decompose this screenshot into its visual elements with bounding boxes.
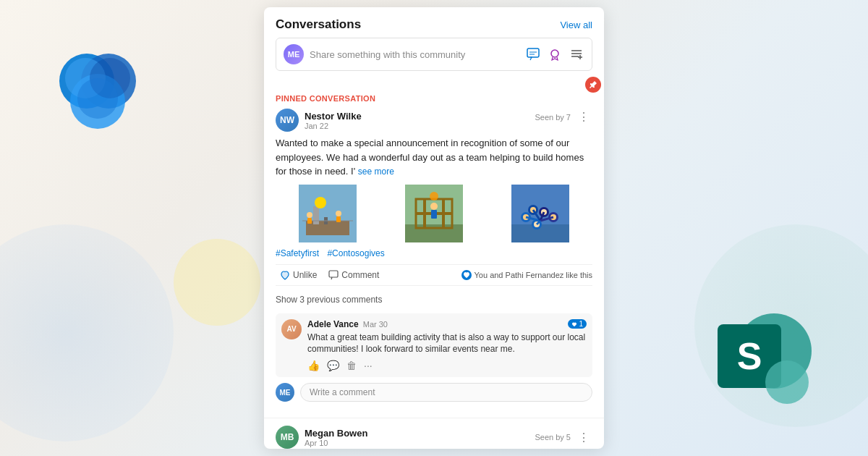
post-actions: Unlike Comment You and bbox=[276, 264, 592, 286]
comments-section: Show 3 previous comments AV Adele Vance … bbox=[276, 286, 592, 411]
hashtag-contosogives[interactable]: #Contosogives bbox=[327, 248, 384, 258]
comment-reply-icon[interactable]: 💬 bbox=[327, 360, 339, 371]
conversations-title: Conversations bbox=[276, 17, 361, 32]
comment-like-icon[interactable]: 👍 bbox=[307, 360, 320, 371]
sharepoint-logo: S bbox=[702, 297, 817, 413]
megan-avatar: MB bbox=[276, 426, 299, 449]
card-header: Conversations View all bbox=[264, 7, 604, 38]
bg-decoration-yellow bbox=[174, 239, 260, 326]
svg-rect-25 bbox=[307, 218, 312, 224]
post-image-3 bbox=[488, 185, 592, 242]
svg-point-24 bbox=[307, 212, 312, 218]
megan-seen: Seen by 5 bbox=[535, 433, 571, 442]
svg-rect-27 bbox=[336, 216, 341, 222]
megan-author-row: MB Megan Bowen Apr 10 bbox=[276, 426, 367, 449]
see-more-link[interactable]: see more bbox=[358, 166, 394, 177]
post-menu: Seen by 7 ⋮ bbox=[535, 109, 592, 125]
comment-delete-icon[interactable]: 🗑 bbox=[346, 360, 357, 371]
svg-point-9 bbox=[765, 360, 809, 404]
post-author-row: NW Nestor Wilke Jan 22 bbox=[276, 109, 362, 132]
card-content: Pinned Conversation NW Nestor Wilke Jan … bbox=[264, 77, 604, 449]
second-post-header: MB Megan Bowen Apr 10 Seen by 5 ⋮ bbox=[276, 426, 592, 449]
megan-name: Megan Bowen bbox=[305, 428, 367, 439]
megan-meta: Megan Bowen Apr 10 bbox=[305, 428, 367, 447]
write-comment: ME Write a comment bbox=[276, 377, 592, 405]
svg-point-5 bbox=[77, 78, 118, 119]
comment-button[interactable]: Comment bbox=[324, 268, 383, 282]
post-meta: Nestor Wilke Jan 22 bbox=[305, 111, 362, 130]
comment-author-row: Adele Vance Mar 30 1 bbox=[307, 319, 587, 329]
unlike-button[interactable]: Unlike bbox=[276, 268, 321, 282]
svg-point-26 bbox=[336, 211, 341, 216]
megan-post-menu: Seen by 5 ⋮ bbox=[535, 429, 592, 446]
pinned-post: Pinned Conversation NW Nestor Wilke Jan … bbox=[264, 87, 604, 418]
comment-more-icon[interactable]: ··· bbox=[364, 360, 373, 371]
bg-decoration-left bbox=[0, 224, 174, 442]
compose-placeholder: Share something with this community bbox=[310, 49, 519, 60]
compose-icons bbox=[525, 46, 584, 62]
write-comment-avatar: ME bbox=[276, 383, 294, 402]
chat-icon[interactable] bbox=[525, 46, 541, 62]
comment-like-badge: 1 bbox=[568, 319, 587, 329]
svg-rect-35 bbox=[431, 210, 437, 219]
viva-logo bbox=[51, 43, 145, 138]
svg-rect-54 bbox=[329, 271, 338, 277]
svg-point-36 bbox=[430, 192, 438, 200]
post-text: Wanted to make a special announcement in… bbox=[276, 136, 592, 179]
comment-text: What a great team building activity that… bbox=[307, 332, 587, 356]
compose-avatar: ME bbox=[284, 44, 304, 64]
svg-point-22 bbox=[315, 197, 326, 208]
hashtag-safetyfirst[interactable]: #Safetyfirst bbox=[276, 248, 319, 258]
post-image-2 bbox=[382, 185, 486, 242]
write-comment-input[interactable]: Write a comment bbox=[300, 383, 592, 402]
comment-body: Adele Vance Mar 30 1 What a great team b… bbox=[307, 319, 587, 372]
megan-date: Apr 10 bbox=[305, 439, 367, 447]
comment-date: Mar 30 bbox=[363, 320, 388, 329]
post-header: NW Nestor Wilke Jan 22 Seen by 7 ⋮ bbox=[276, 109, 592, 132]
second-post: MB Megan Bowen Apr 10 Seen by 5 ⋮ POLL bbox=[264, 418, 604, 449]
like-count: You and Pathi Fernandez like this bbox=[461, 269, 592, 281]
show-previous-comments[interactable]: Show 3 previous comments bbox=[276, 292, 592, 308]
comment-item: AV Adele Vance Mar 30 1 bbox=[276, 313, 592, 378]
comment-author: Adele Vance bbox=[307, 319, 359, 329]
post-date: Jan 22 bbox=[305, 122, 362, 130]
view-all-link[interactable]: View all bbox=[560, 20, 592, 30]
list-icon[interactable] bbox=[569, 46, 584, 62]
pin-badge bbox=[585, 77, 601, 93]
post-images bbox=[276, 185, 592, 242]
compose-bar[interactable]: ME Share something with this community bbox=[276, 38, 592, 71]
nestor-avatar: NW bbox=[276, 109, 299, 132]
post-hashtags: #Safetyfirst #Contosogives bbox=[276, 248, 592, 258]
svg-rect-10 bbox=[527, 48, 539, 57]
megan-post-options-button[interactable]: ⋮ bbox=[575, 429, 592, 446]
svg-point-34 bbox=[430, 203, 438, 210]
conversations-card: Conversations View all ME Share somethin… bbox=[264, 7, 604, 449]
comment-actions: 👍 💬 🗑 ··· bbox=[307, 360, 587, 371]
pinned-label: Pinned Conversation bbox=[276, 94, 592, 103]
svg-rect-21 bbox=[313, 206, 319, 224]
post-seen: Seen by 7 bbox=[535, 113, 571, 122]
post-image-1 bbox=[276, 185, 380, 242]
svg-text:S: S bbox=[737, 335, 762, 377]
svg-point-13 bbox=[551, 50, 558, 57]
post-options-button[interactable]: ⋮ bbox=[575, 109, 592, 125]
adele-avatar: AV bbox=[281, 319, 302, 339]
post-author-name: Nestor Wilke bbox=[305, 111, 362, 122]
badge-icon[interactable] bbox=[547, 46, 563, 62]
